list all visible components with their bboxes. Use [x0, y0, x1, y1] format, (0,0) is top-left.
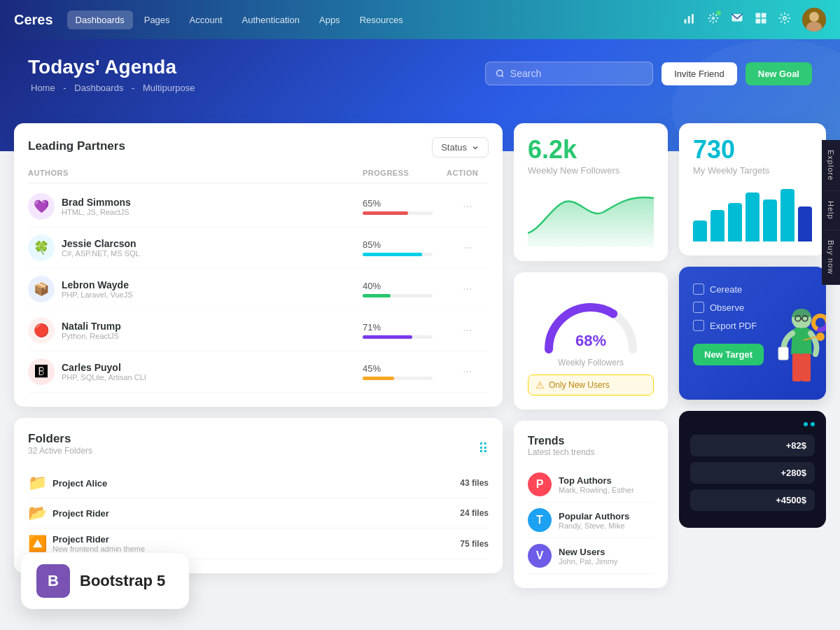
partner-info: 🔴 Natali Trump Python, ReactJS: [28, 317, 363, 344]
svg-point-3: [713, 18, 715, 20]
folders-more-icon[interactable]: ⠿: [478, 440, 489, 457]
sidebar-tab-explore[interactable]: Explore: [822, 140, 840, 191]
bootstrap-text: Bootstrap 5: [80, 572, 165, 590]
status-label: Status: [441, 142, 467, 153]
bar: [763, 200, 777, 241]
partner-info: 🅱 Carles Puyol PHP, SQLite, Artisan CLI: [28, 358, 363, 385]
leading-partners-title: Leading Partners: [28, 139, 125, 153]
partner-progress: 85%: [363, 239, 447, 256]
progress-bar-fill: [363, 335, 412, 339]
trends-list: P Top Authors Mark, Rowling, Esther T Po…: [528, 467, 654, 574]
new-target-button[interactable]: New Target: [693, 344, 764, 365]
analytics-icon[interactable]: [683, 12, 696, 27]
more-icon[interactable]: ···: [447, 200, 489, 213]
svg-rect-16: [762, 19, 766, 24]
invite-friend-button[interactable]: Invite Friend: [662, 62, 737, 85]
action-menu-item-create[interactable]: Cereate: [693, 281, 812, 298]
right-column: 730 My Weekly Targets Cereate Observe: [679, 123, 826, 528]
settings-icon[interactable]: [778, 12, 791, 27]
list-item: 📂 Project Rider 24 files: [28, 498, 489, 528]
table-row: 🔴 Natali Trump Python, ReactJS 71% ···: [28, 310, 489, 351]
search-box[interactable]: [485, 62, 653, 85]
sidebar-tab-help[interactable]: Help: [822, 191, 840, 230]
nav-link-account[interactable]: Account: [181, 10, 231, 29]
trends-title: Trends: [528, 435, 654, 447]
nav-link-pages[interactable]: Pages: [136, 10, 178, 29]
dot-2: [811, 422, 815, 426]
breadcrumb: Home - Dashboards - Multipurpose: [28, 83, 197, 93]
progress-bar-bg: [363, 377, 433, 380]
more-icon[interactable]: ···: [447, 365, 489, 378]
create-icon: [693, 284, 704, 295]
sidebar-tab-buynow[interactable]: Buy now: [822, 230, 840, 285]
list-item: 📁 Project Alice 43 files: [28, 468, 489, 498]
partner-name: Natali Trump: [62, 321, 121, 332]
partner-info: 📦 Lebron Wayde PHP, Laravel, VueJS: [28, 276, 363, 302]
right-sidebar: Explore Help Buy now: [822, 140, 840, 285]
nav-icons: [683, 8, 826, 31]
folders-card: Folders 32 Active Folders ⠿ 📁 Project Al…: [14, 418, 503, 573]
dark-badge: +4500$: [690, 489, 815, 511]
leading-partners-card: Leading Partners Status AUTHORS PROGRESS…: [14, 123, 503, 407]
trend-who: Mark, Rowling, Esther: [559, 486, 634, 494]
status-select[interactable]: Status: [432, 137, 489, 158]
col-authors: AUTHORS: [28, 169, 363, 177]
new-goal-button[interactable]: New Goal: [746, 62, 812, 85]
breadcrumb-home[interactable]: Home: [31, 83, 55, 93]
chevron-down-icon: [471, 144, 479, 152]
partner-skills: PHP, Laravel, VueJS: [62, 290, 133, 299]
weekly-targets-card: 730 My Weekly Targets: [679, 123, 826, 255]
nav-links: Dashboards Pages Account Authentication …: [67, 10, 683, 29]
user-avatar[interactable]: [802, 8, 826, 31]
nav-link-auth[interactable]: Authentication: [234, 10, 308, 29]
breadcrumb-dashboards[interactable]: Dashboards: [74, 83, 123, 93]
folder-desc: New frontend admin theme: [52, 545, 145, 553]
nav-link-dashboards[interactable]: Dashboards: [67, 10, 133, 29]
breadcrumb-multipurpose[interactable]: Multipurpose: [143, 83, 195, 93]
partner-skills: PHP, SQLite, Artisan CLI: [62, 373, 146, 382]
folders-subtitle: 32 Active Folders: [28, 446, 92, 456]
svg-rect-0: [685, 20, 687, 24]
action-menu-item-export[interactable]: Export PDF: [693, 317, 812, 334]
progress-pct: 65%: [363, 198, 447, 209]
progress-bar-bg: [363, 335, 433, 339]
svg-point-21: [497, 70, 503, 76]
followers-label: Weekly New Followers: [528, 165, 654, 176]
grid-icon[interactable]: [755, 12, 767, 27]
folder-icon: 📂: [28, 504, 47, 522]
progress-bar-bg: [363, 294, 433, 298]
svg-rect-15: [756, 19, 761, 24]
trend-icon: T: [528, 508, 552, 532]
nav-link-apps[interactable]: Apps: [311, 10, 349, 29]
progress-bar-fill: [363, 377, 394, 380]
more-icon[interactable]: ···: [447, 324, 489, 337]
gauge-card: 68% Weekly Followers ⚠ Only New Users: [514, 272, 668, 410]
folder-name: Project Rider: [52, 534, 145, 545]
sparkle-icon[interactable]: [707, 12, 720, 27]
dark-dots: [690, 422, 815, 426]
svg-point-31: [816, 332, 825, 341]
table-row: 📦 Lebron Wayde PHP, Laravel, VueJS 40% ·…: [28, 269, 489, 310]
trend-who: John, Pat, Jimmy: [559, 557, 617, 566]
list-item: T Popular Authors Randy, Steve, Mike: [528, 503, 654, 538]
folder-files: 75 files: [460, 539, 489, 549]
content-grid: Leading Partners Status AUTHORS PROGRESS…: [14, 123, 826, 588]
partner-skills: Python, ReactJS: [62, 332, 121, 340]
svg-line-8: [710, 15, 711, 16]
partner-avatar: 🍀: [28, 234, 55, 261]
nav-link-resources[interactable]: Resources: [351, 10, 412, 29]
action-card: Cereate Observe Export PDF New Target: [679, 267, 826, 400]
action-menu-item-observe[interactable]: Observe: [693, 299, 812, 316]
messages-icon[interactable]: [731, 12, 743, 27]
search-input[interactable]: [510, 68, 643, 79]
gauge-warning-text: Only New Users: [549, 380, 610, 390]
svg-rect-14: [762, 13, 766, 18]
more-icon[interactable]: ···: [447, 241, 489, 254]
more-icon[interactable]: ···: [447, 283, 489, 295]
action-observe-label: Observe: [710, 302, 744, 313]
svg-rect-2: [692, 14, 694, 24]
partner-progress: 45%: [363, 363, 447, 380]
bar: [780, 189, 794, 241]
navbar: Ceres Dashboards Pages Account Authentic…: [0, 0, 840, 39]
folder-icon: 🔼: [28, 535, 47, 553]
